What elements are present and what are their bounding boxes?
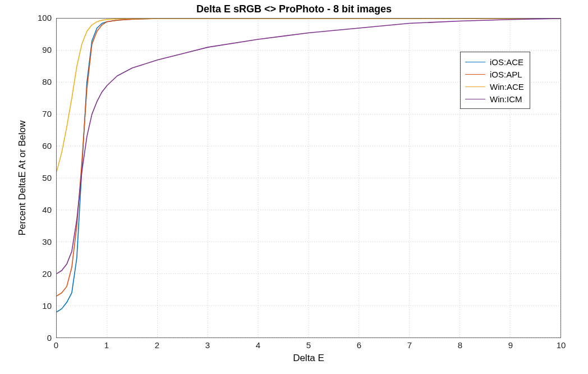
x-tick: 3 [199, 340, 216, 350]
legend-label: iOS:ACE [490, 57, 523, 67]
legend: iOS:ACEiOS:APLWin:ACEWin:ICM [460, 52, 530, 109]
x-tick: 6 [351, 340, 368, 350]
legend-entry: iOS:APL [465, 68, 524, 80]
y-tick: 30 [29, 237, 52, 247]
legend-swatch-icon [465, 86, 485, 87]
y-tick: 20 [29, 269, 52, 279]
x-tick: 10 [553, 340, 569, 350]
legend-label: iOS:APL [490, 70, 522, 79]
legend-swatch-icon [465, 74, 485, 75]
figure: Delta E sRGB <> ProPhoto - 8 bit images … [0, 0, 588, 374]
y-tick: 90 [29, 45, 52, 54]
y-axis-label: Percent DeltaE At or Below [17, 18, 28, 338]
legend-swatch-icon [465, 99, 485, 99]
x-tick: 5 [300, 340, 317, 350]
y-tick: 60 [29, 141, 52, 150]
x-tick: 4 [250, 340, 267, 350]
legend-label: Win:ACE [490, 82, 524, 92]
y-tick: 50 [29, 173, 52, 183]
legend-swatch-icon [465, 62, 485, 62]
legend-entry: Win:ACE [465, 80, 524, 93]
x-axis-label: Delta E [56, 353, 561, 364]
x-tick: 7 [401, 340, 418, 350]
y-tick: 70 [29, 109, 52, 118]
chart-title: Delta E sRGB <> ProPhoto - 8 bit images [0, 3, 588, 15]
x-tick: 9 [502, 340, 519, 350]
x-tick: 1 [98, 340, 115, 350]
x-tick: 2 [149, 340, 166, 350]
x-tick: 0 [48, 340, 65, 350]
y-tick: 10 [29, 301, 52, 311]
legend-entry: Win:ICM [465, 93, 524, 105]
y-tick: 80 [29, 77, 52, 86]
legend-entry: iOS:ACE [465, 56, 524, 68]
x-tick: 8 [452, 340, 468, 350]
legend-label: Win:ICM [490, 94, 522, 104]
y-tick: 100 [29, 13, 52, 22]
y-tick: 40 [29, 205, 52, 215]
